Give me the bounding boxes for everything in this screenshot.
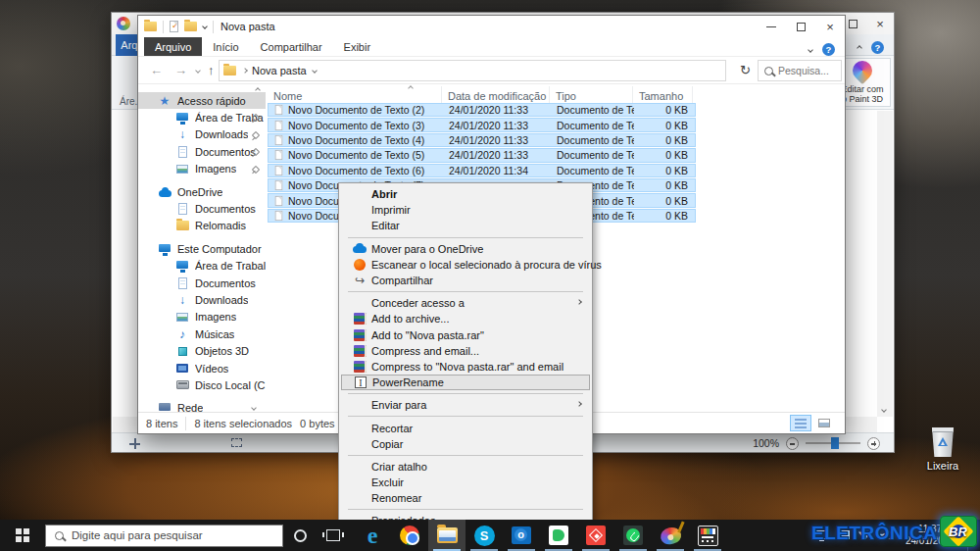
menu-item-add-to-archive[interactable]: Add to archive... — [341, 311, 590, 326]
sidebar-item-downloads[interactable]: ↓Downloads — [138, 291, 266, 308]
paint-close-button[interactable]: × — [866, 13, 894, 34]
taskbar-app-whatsapp[interactable] — [614, 520, 652, 551]
tray-vol-icon[interactable] — [880, 530, 893, 542]
ribbon-expand-icon[interactable] — [808, 47, 813, 53]
menu-item-renomear[interactable]: Renomear — [341, 490, 590, 506]
zoom-slider-thumb[interactable] — [831, 437, 839, 449]
file-row[interactable]: Novo Documento de Texto (2)24/01/2020 11… — [268, 103, 696, 117]
thumbnails-view-button[interactable] — [813, 415, 835, 431]
menu-item-add-to-nova-pasta-rar[interactable]: Add to "Nova pasta.rar" — [341, 327, 590, 343]
tray-pc-icon[interactable] — [815, 530, 828, 539]
text-document-icon — [275, 120, 283, 129]
file-row[interactable]: Novo Documento de Texto (6)24/01/2020 11… — [268, 164, 696, 177]
taskbar-app-grid[interactable] — [689, 520, 726, 551]
menu-item-conceder-acesso-a[interactable]: Conceder acesso a — [341, 295, 590, 311]
menu-item-imprimir[interactable]: Imprimir — [341, 202, 590, 218]
help-icon[interactable]: ? — [822, 43, 835, 56]
file-row[interactable]: Novo Documento de Texto (5)24/01/2020 11… — [268, 148, 696, 162]
back-icon[interactable]: ← — [150, 63, 163, 77]
menu-item-compress-and-email[interactable]: Compress and email... — [341, 343, 590, 359]
address-dropdown-icon[interactable] — [312, 68, 318, 74]
zoom-out-button[interactable] — [786, 437, 799, 450]
new-folder-qat-icon[interactable] — [184, 22, 197, 31]
sidebar-item-v-deos[interactable]: Vídeos — [138, 360, 266, 376]
sidebar-item-onedrive[interactable]: OneDrive — [138, 183, 266, 200]
sidebar-item-documentos[interactable]: Documentos — [138, 275, 266, 291]
sidebar-item-rede[interactable]: Rede — [138, 400, 266, 412]
menu-item-criar-atalho[interactable]: Criar atalho — [341, 459, 590, 475]
show-desktop-button[interactable] — [967, 520, 972, 551]
grid-icon — [698, 526, 718, 546]
menu-item-recortar[interactable]: Recortar — [341, 420, 590, 435]
sidebar-item-relomadis[interactable]: Relomadis — [138, 218, 266, 234]
maximize-button[interactable] — [786, 16, 815, 37]
paint-help-icon[interactable]: ? — [871, 41, 884, 54]
taskbar-app-evernote[interactable] — [540, 520, 577, 551]
paint-vertical-scrollbar[interactable] — [877, 111, 893, 417]
tray-display-icon[interactable] — [837, 530, 850, 539]
menu-item-compartilhar[interactable]: ↪Compartilhar — [341, 273, 590, 288]
tab-compartilhar[interactable]: Compartilhar — [250, 37, 333, 56]
taskbar-app-paint[interactable] — [652, 520, 689, 551]
sidebar-item--rea-de-trabalho[interactable]: Área de Trabalho — [138, 258, 266, 275]
taskbar-app-chrome[interactable] — [391, 520, 428, 551]
taskbar-clock[interactable]: 11:37 24/01/2020 — [902, 524, 958, 547]
tab-início[interactable]: Início — [202, 37, 249, 56]
minimize-button[interactable] — [757, 16, 786, 37]
details-view-button[interactable] — [790, 415, 811, 431]
search-box[interactable]: Pesquisa... — [758, 60, 842, 81]
menu-item-powerrename[interactable]: PowerRename — [341, 375, 590, 390]
taskbar-app-anydesk[interactable] — [577, 520, 614, 551]
taskbar-app-outlook[interactable] — [503, 520, 540, 551]
zoom-slider[interactable] — [806, 442, 860, 444]
file-row[interactable]: Novo Documento de Texto (4)24/01/2020 11… — [268, 133, 696, 147]
sidebar-item-documentos[interactable]: Documentos — [138, 200, 266, 217]
customize-qat-icon[interactable] — [202, 24, 208, 29]
up-icon[interactable]: ↑ — [208, 63, 215, 77]
sidebar-item-documentos[interactable]: Documentos — [138, 143, 266, 160]
sidebar-item-imagens[interactable]: Imagens — [138, 309, 266, 326]
sidebar-item-objetos-3d[interactable]: Objetos 3D — [138, 342, 266, 359]
file-row[interactable]: Novo Documento de Texto (3)24/01/2020 11… — [268, 118, 696, 131]
recent-locations-icon[interactable] — [195, 68, 201, 74]
taskbar-search-box[interactable]: Digite aqui para pesquisar — [45, 525, 283, 547]
sidebar-item-m-sicas[interactable]: ♪Músicas — [138, 326, 266, 342]
taskbar-app-edge[interactable] — [354, 520, 391, 551]
menu-item-compress-to-nova-pasta-rar-and-email[interactable]: Compress to "Nova pasta.rar" and email — [341, 359, 590, 375]
forward-icon[interactable]: → — [174, 63, 187, 77]
breadcrumb[interactable]: Nova pasta — [252, 65, 307, 76]
menu-item-excluir[interactable]: Excluir — [341, 475, 590, 490]
taskbar-app-skype[interactable] — [466, 520, 503, 551]
menu-item-mover-para-o-onedrive[interactable]: Mover para o OneDrive — [341, 241, 590, 257]
sidebar-item-downloads[interactable]: ↓Downloads — [138, 126, 266, 143]
refresh-icon[interactable]: ↻ — [740, 63, 751, 77]
menu-item-abrir[interactable]: Abrir — [341, 186, 590, 202]
zoom-in-button[interactable] — [867, 437, 880, 450]
column-header-nome[interactable]: Nome — [268, 86, 442, 103]
column-header-tamanho[interactable]: Tamanho — [633, 86, 693, 103]
menu-item-copiar[interactable]: Copiar — [341, 436, 590, 452]
tab-arquivo[interactable]: Arquivo — [144, 37, 202, 56]
recycle-bin[interactable]: Lixeira — [917, 427, 968, 472]
taskbar-app-explorer[interactable] — [428, 520, 466, 551]
sidebar-item-acesso-r-pido[interactable]: ★Acesso rápido — [138, 92, 266, 109]
menu-item-enviar-para[interactable]: Enviar para — [341, 397, 590, 413]
paint-ribbon-collapse-icon[interactable] — [857, 45, 862, 51]
start-button[interactable] — [0, 520, 45, 551]
menu-item-editar[interactable]: Editar — [341, 218, 590, 233]
address-bar[interactable]: Nova pasta — [219, 60, 726, 81]
tray-wifi-icon[interactable] — [858, 530, 871, 540]
column-header-data-de-modifica-o[interactable]: Data de modificação — [442, 86, 550, 103]
column-header-tipo[interactable]: Tipo — [550, 86, 633, 103]
sidebar-item-disco-local-c-[interactable]: Disco Local (C:) — [138, 376, 266, 393]
sidebar-item--rea-de-traba[interactable]: Área de Traba — [138, 109, 266, 125]
paint-icon — [659, 526, 682, 546]
cortana-button[interactable] — [283, 529, 317, 542]
tab-exibir[interactable]: Exibir — [333, 37, 382, 56]
properties-qat-icon[interactable] — [170, 21, 178, 32]
close-button[interactable]: × — [815, 16, 845, 37]
sidebar-item-este-computador[interactable]: Este Computador — [138, 240, 266, 257]
sidebar-item-imagens[interactable]: Imagens — [138, 161, 266, 177]
menu-item-escanear-o-local-selecionado-procura-de-v-rus[interactable]: Escanear o local selecionado à procura d… — [341, 257, 590, 273]
task-view-button[interactable] — [317, 529, 350, 541]
